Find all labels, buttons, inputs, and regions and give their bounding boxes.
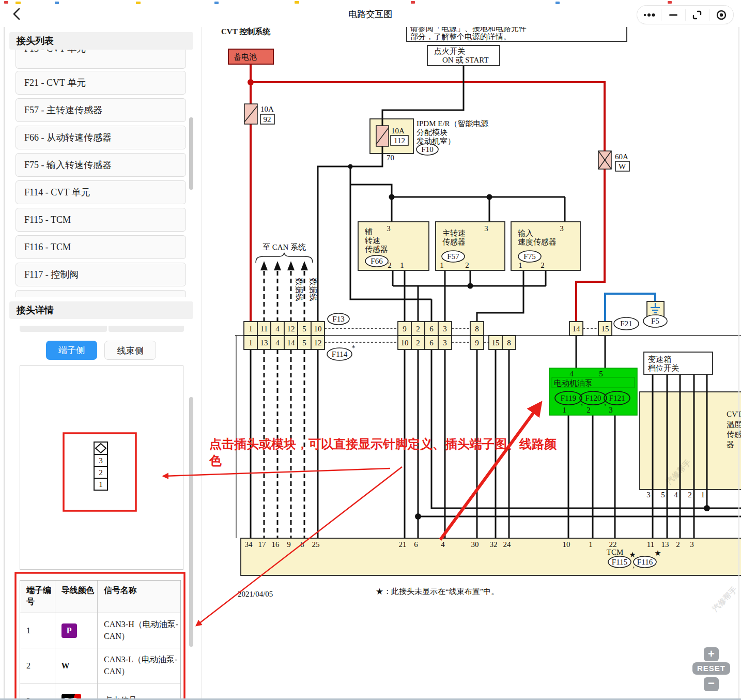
sidebar-item-f66[interactable]: F66 - 从动转速传感器 — [16, 126, 186, 149]
svg-text:F116: F116 — [637, 558, 653, 566]
svg-text:5: 5 — [661, 491, 665, 499]
svg-text:F115: F115 — [612, 558, 627, 566]
sidebar-item-label: F13 - CVT 单元 — [24, 50, 186, 60]
svg-text:8: 8 — [507, 339, 511, 347]
tutorial-annotation-text: 点击插头或模块，可以直接显示针脚定义、插头端子图、线路颜色 — [209, 436, 566, 468]
sidebar-item-f115[interactable]: F115 - TCM — [16, 208, 186, 232]
svg-text:1: 1 — [701, 491, 705, 499]
svg-text:数据线: 数据线 — [295, 278, 303, 301]
svg-text:1: 1 — [562, 406, 566, 414]
sidebar-item-f13[interactable]: F13 - CVT 单元 — [16, 50, 186, 69]
ipdm-er-module[interactable] — [370, 119, 413, 154]
wire-color-badge: P — [61, 623, 77, 638]
col-signal-name: 信号名称 — [97, 581, 180, 613]
browser-artifact — [16, 2, 21, 4]
svg-text:F121: F121 — [609, 394, 625, 402]
circle-dot-icon — [716, 10, 727, 20]
sidebar-item-f57[interactable]: F57 - 主转速传感器 — [16, 98, 186, 122]
window-controls — [637, 5, 734, 24]
svg-text:电动机油泵: 电动机油泵 — [554, 379, 593, 387]
terminal-no: 1 — [20, 613, 55, 648]
window-right-edge — [738, 27, 739, 700]
browser-artifact — [295, 1, 299, 4]
minimize-icon — [669, 13, 678, 17]
zoom-out-button[interactable]: − — [704, 677, 719, 691]
svg-text:,: , — [604, 399, 606, 407]
svg-text:点火开关: 点火开关 — [434, 47, 465, 55]
list-scrollbar[interactable] — [189, 117, 193, 190]
col-wire-color: 导线颜色 — [55, 581, 97, 613]
sidebar-item-f21[interactable]: F21 - CVT 单元 — [16, 71, 186, 95]
svg-text:1: 1 — [440, 261, 444, 269]
sidebar-item-partial[interactable] — [16, 290, 186, 297]
svg-text:至 CAN 系统: 至 CAN 系统 — [263, 243, 306, 251]
svg-text:部分，了解整个电源的详情。: 部分，了解整个电源的详情。 — [410, 33, 511, 41]
scrolled-remnant — [109, 326, 184, 332]
cvt-temp-sensor-block[interactable] — [640, 392, 741, 490]
svg-text:*: * — [351, 344, 356, 352]
svg-text:F120: F120 — [585, 394, 601, 402]
svg-text:2: 2 — [99, 468, 103, 477]
connector-f13-cells[interactable]: 1 11 4 12 5 10 — [244, 322, 325, 336]
svg-text:10: 10 — [563, 540, 570, 549]
svg-text:4: 4 — [275, 339, 280, 347]
svg-text:5: 5 — [302, 339, 306, 347]
sidebar-item-f116[interactable]: F116 - TCM — [16, 235, 186, 259]
sidebar-item-f114[interactable]: F114 - CVT 单元 — [16, 180, 186, 204]
browser-artifact — [136, 2, 141, 4]
svg-text:档位开关: 档位开关 — [647, 364, 679, 372]
close-button[interactable] — [709, 6, 733, 24]
svg-text:蓄电池: 蓄电池 — [234, 53, 257, 61]
svg-text:9: 9 — [475, 339, 479, 347]
tab-terminal-side[interactable]: 端子侧 — [46, 341, 97, 360]
svg-text:92: 92 — [264, 115, 271, 124]
svg-text:F75: F75 — [523, 252, 535, 261]
svg-text:8: 8 — [475, 325, 479, 333]
svg-text:30: 30 — [471, 540, 479, 549]
svg-text:3: 3 — [443, 339, 447, 347]
zoom-in-button[interactable]: + — [704, 647, 719, 661]
svg-text:★: ★ — [629, 551, 636, 559]
svg-text:2: 2 — [465, 261, 469, 269]
svg-text:,: , — [581, 399, 583, 407]
browser-artifact — [411, 1, 415, 4]
connector-pin-diagram[interactable]: 3 2 1 — [92, 441, 110, 493]
svg-text:4: 4 — [275, 325, 280, 333]
svg-text:5: 5 — [599, 370, 603, 378]
svg-text:10A: 10A — [391, 127, 405, 135]
svg-text:数据线: 数据线 — [309, 278, 317, 301]
svg-text:3: 3 — [609, 406, 613, 414]
table-header-row: 端子编号 导线颜色 信号名称 — [20, 581, 180, 613]
svg-text:11: 11 — [647, 540, 654, 549]
svg-text:分配模块: 分配模块 — [416, 128, 447, 136]
svg-text:21: 21 — [399, 540, 407, 549]
signal-name: CAN3-L（电动油泵-CAN） — [97, 648, 180, 683]
svg-text:70: 70 — [387, 154, 394, 162]
sidebar-item-f117[interactable]: F117 - 控制阀 — [16, 263, 186, 286]
fullscreen-button[interactable] — [686, 6, 709, 24]
svg-text:9: 9 — [403, 325, 407, 333]
connector-detail-title: 接头详情 — [9, 301, 193, 319]
detail-scrollbar[interactable] — [189, 397, 193, 647]
connector-f114-cells[interactable]: 1 13 4 14 5 12 — [244, 336, 325, 349]
sidebar: 接头列表 F13 - CVT 单元 F21 - CVT 单元 F57 - 主转速… — [0, 27, 202, 700]
minimize-button[interactable] — [661, 6, 685, 24]
svg-text:32: 32 — [490, 540, 498, 549]
svg-text:1: 1 — [249, 325, 253, 333]
svg-text:F13: F13 — [332, 315, 344, 323]
svg-text:4: 4 — [441, 540, 445, 549]
svg-text:10: 10 — [314, 325, 322, 333]
sidebar-item-f75[interactable]: F75 - 输入转速传感器 — [16, 153, 186, 177]
can-bus-arrows — [256, 253, 313, 322]
diagram-date: 2021/04/05 — [238, 590, 273, 598]
svg-text:F119: F119 — [561, 394, 576, 402]
svg-text:3: 3 — [690, 540, 694, 549]
browser-artifact — [4, 1, 8, 4]
svg-text:发动机室）: 发动机室） — [416, 137, 455, 145]
more-menu-button[interactable] — [637, 6, 661, 24]
svg-text:ON 或 START: ON 或 START — [442, 56, 489, 64]
tab-harness-side[interactable]: 线束侧 — [104, 341, 156, 360]
svg-text:5: 5 — [302, 325, 306, 333]
window-left-edge — [4, 27, 5, 700]
zoom-reset-button[interactable]: RESET — [692, 662, 730, 675]
